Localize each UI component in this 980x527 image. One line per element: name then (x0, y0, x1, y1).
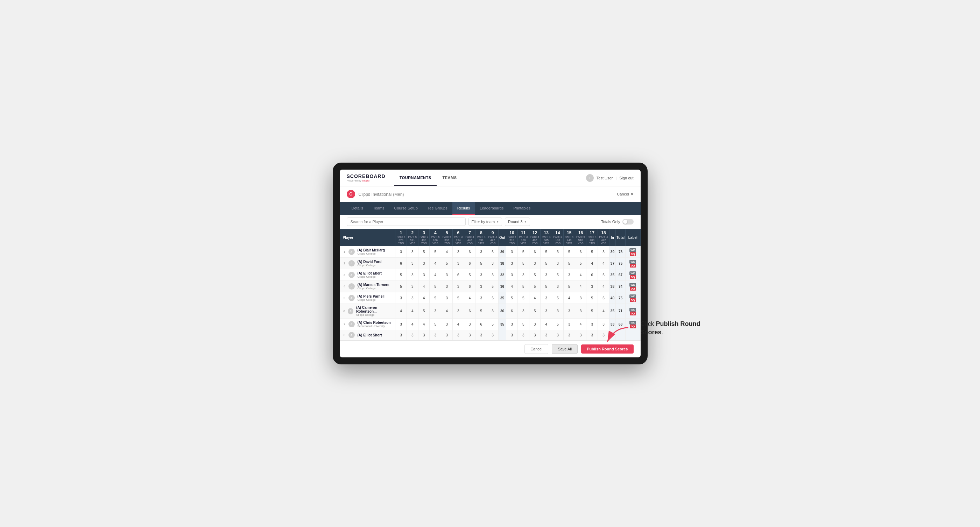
wd-badge[interactable]: WD (629, 260, 636, 264)
hole-2-score[interactable]: 3 (407, 292, 418, 304)
hole-4-score[interactable]: 5 (430, 319, 441, 330)
hole-2-score[interactable]: 3 (407, 281, 418, 292)
hole-13-score[interactable]: 5 (541, 246, 552, 258)
hole-11-score[interactable]: 3 (517, 330, 529, 340)
hole-17-score[interactable]: 5 (586, 304, 598, 319)
hole-10-score[interactable]: 3 (506, 330, 518, 340)
hole-2-score[interactable]: 3 (407, 330, 418, 340)
hole-8-score[interactable]: 3 (476, 292, 487, 304)
hole-18-score[interactable]: 4 (598, 258, 609, 269)
hole-5-score[interactable]: 3 (441, 292, 453, 304)
hole-3-score[interactable]: 4 (418, 319, 430, 330)
cancel-button[interactable]: Cancel (525, 344, 548, 354)
hole-18-score[interactable]: 4 (598, 304, 609, 319)
hole-8-score[interactable]: 5 (476, 258, 487, 269)
hole-10-score[interactable]: 3 (506, 246, 518, 258)
hole-1-score[interactable]: 4 (395, 304, 407, 319)
hole-10-score[interactable]: 6 (506, 304, 518, 319)
hole-13-score[interactable]: 3 (541, 330, 552, 340)
hole-7-score[interactable]: 6 (464, 258, 476, 269)
hole-6-score[interactable]: 3 (452, 304, 464, 319)
hole-9-score[interactable]: 5 (487, 281, 499, 292)
hole-17-score[interactable]: 3 (586, 281, 598, 292)
hole-5-score[interactable]: 3 (441, 281, 453, 292)
hole-14-score[interactable]: 5 (552, 292, 564, 304)
tab-tee-groups[interactable]: Tee Groups (423, 202, 452, 215)
hole-10-score[interactable]: 4 (506, 281, 518, 292)
hole-7-score[interactable]: 6 (464, 246, 476, 258)
hole-15-score[interactable]: 4 (563, 292, 575, 304)
hole-9-score[interactable]: 3 (487, 304, 499, 319)
hole-16-score[interactable]: 6 (575, 246, 586, 258)
hole-14-score[interactable]: 5 (552, 269, 564, 281)
wd-badge[interactable]: WD (629, 294, 636, 298)
hole-5-score[interactable]: 3 (441, 330, 453, 340)
hole-15-score[interactable]: 3 (563, 319, 575, 330)
nav-teams[interactable]: TEAMS (437, 170, 462, 186)
hole-12-score[interactable]: 5 (529, 269, 541, 281)
hole-6-score[interactable]: 3 (452, 330, 464, 340)
hole-2-score[interactable]: 4 (407, 319, 418, 330)
hole-17-score[interactable]: 3 (586, 319, 598, 330)
dq-badge[interactable]: DQ (630, 298, 636, 302)
hole-2-score[interactable]: 3 (407, 269, 418, 281)
hole-15-score[interactable]: 3 (563, 304, 575, 319)
dq-badge[interactable]: DQ (630, 287, 636, 290)
hole-16-score[interactable]: 5 (575, 258, 586, 269)
hole-2-score[interactable]: 3 (407, 246, 418, 258)
hole-9-score[interactable]: 5 (487, 292, 499, 304)
nav-tournaments[interactable]: TOURNAMENTS (394, 170, 437, 186)
hole-16-score[interactable]: 4 (575, 319, 586, 330)
hole-17-score[interactable]: 3 (586, 330, 598, 340)
hole-15-score[interactable]: 5 (563, 258, 575, 269)
hole-5-score[interactable]: 4 (441, 304, 453, 319)
hole-14-score[interactable]: 3 (552, 258, 564, 269)
hole-12-score[interactable]: 5 (529, 304, 541, 319)
hole-15-score[interactable]: 5 (563, 246, 575, 258)
hole-15-score[interactable]: 3 (563, 330, 575, 340)
hole-13-score[interactable]: 4 (541, 319, 552, 330)
hole-9-score[interactable]: 3 (487, 269, 499, 281)
hole-8-score[interactable]: 3 (476, 330, 487, 340)
hole-17-score[interactable]: 4 (586, 258, 598, 269)
dq-badge[interactable]: DQ (630, 275, 636, 279)
hole-10-score[interactable]: 3 (506, 269, 518, 281)
hole-6-score[interactable]: 3 (452, 258, 464, 269)
hole-17-score[interactable]: 5 (586, 292, 598, 304)
hole-6-score[interactable]: 5 (452, 292, 464, 304)
hole-18-score[interactable]: 3 (598, 246, 609, 258)
hole-1-score[interactable]: 3 (395, 292, 407, 304)
hole-5-score[interactable]: 3 (441, 269, 453, 281)
filter-by-team-select[interactable]: Filter by team ▼ (468, 217, 503, 226)
hole-5-score[interactable]: 3 (441, 319, 453, 330)
hole-7-score[interactable]: 3 (464, 330, 476, 340)
hole-9-score[interactable]: 5 (487, 246, 499, 258)
search-input[interactable] (347, 217, 466, 226)
dq-badge[interactable]: DQ (630, 264, 636, 268)
hole-3-score[interactable]: 5 (418, 246, 430, 258)
hole-8-score[interactable]: 5 (476, 304, 487, 319)
hole-13-score[interactable]: 3 (541, 304, 552, 319)
hole-7-score[interactable]: 5 (464, 269, 476, 281)
hole-3-score[interactable]: 3 (418, 269, 430, 281)
hole-4-score[interactable]: 3 (430, 304, 441, 319)
hole-14-score[interactable]: 5 (552, 319, 564, 330)
hole-1-score[interactable]: 5 (395, 269, 407, 281)
hole-11-score[interactable]: 5 (517, 281, 529, 292)
hole-14-score[interactable]: 3 (552, 281, 564, 292)
hole-12-score[interactable]: 3 (529, 258, 541, 269)
hole-11-score[interactable]: 5 (517, 258, 529, 269)
hole-4-score[interactable]: 4 (430, 269, 441, 281)
totals-toggle-switch[interactable] (622, 219, 634, 224)
hole-8-score[interactable]: 6 (476, 319, 487, 330)
hole-11-score[interactable]: 3 (517, 269, 529, 281)
hole-1-score[interactable]: 6 (395, 258, 407, 269)
round-select[interactable]: Round 3 ▼ (505, 217, 530, 226)
hole-16-score[interactable]: 3 (575, 330, 586, 340)
hole-12-score[interactable]: 4 (529, 292, 541, 304)
hole-4-score[interactable]: 5 (430, 281, 441, 292)
hole-16-score[interactable]: 4 (575, 269, 586, 281)
hole-17-score[interactable]: 6 (586, 269, 598, 281)
hole-11-score[interactable]: 5 (517, 292, 529, 304)
hole-10-score[interactable]: 3 (506, 258, 518, 269)
